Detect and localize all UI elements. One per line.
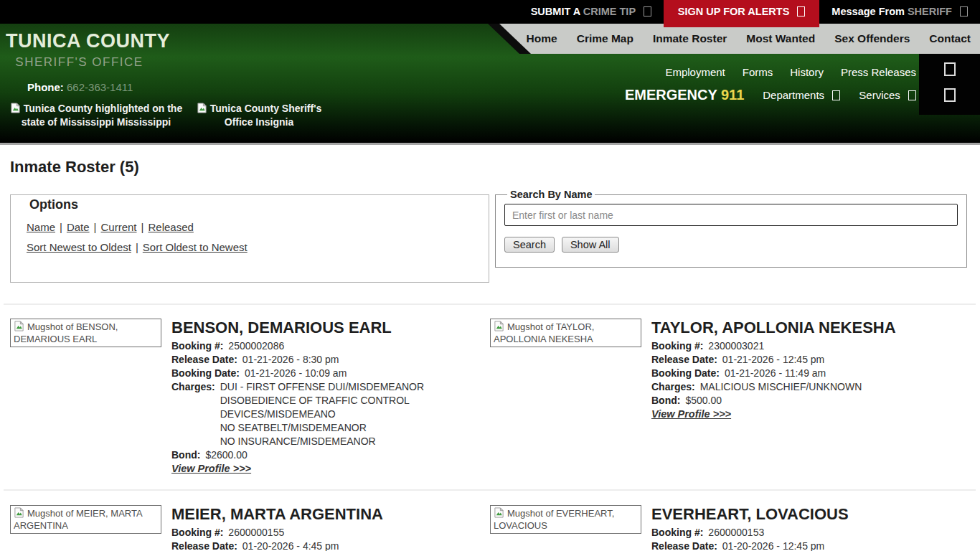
services-dropdown[interactable]: Services (859, 89, 916, 101)
name-search-input[interactable] (504, 204, 958, 226)
broken-image-icon (14, 321, 24, 331)
sort-newest-link[interactable]: Sort Newest to Oldest (27, 241, 131, 253)
message-suffix: SHERIFF (908, 6, 952, 17)
emergency-911: EMERGENCY 911 (625, 87, 744, 103)
charges-label: Charges: (171, 380, 215, 448)
release-date-value: 01-21-2026 - 12:45 pm (722, 353, 824, 367)
social-icon-1[interactable] (944, 62, 956, 76)
main-navigation: Home Crime Map Inmate Roster Most Wanted… (478, 24, 980, 54)
mugshot-alt-text: Mugshot of TAYLOR, APOLLONIA NEKESHA (494, 321, 594, 344)
mugshot-alt-text: Mugshot of EVERHEART, LOVACIOUS (494, 508, 614, 531)
alerts-label: SIGN UP FOR ALERTS (678, 6, 790, 17)
booking-no-value: 2300003021 (708, 339, 764, 353)
inmate-roster-page: SUBMIT A CRIME TIP SIGN UP FOR ALERTS Me… (0, 0, 980, 551)
charges-label: Charges: (651, 380, 695, 394)
separator: | (94, 221, 97, 233)
options-heading: Options (29, 197, 489, 212)
sign-up-for-alerts-button[interactable]: SIGN UP FOR ALERTS (664, 0, 820, 27)
inmate-name: MEIER, MARTA ARGENTINA (171, 505, 383, 524)
broken-image-icon (494, 507, 504, 518)
view-profile-link[interactable]: View Profile >>> (651, 408, 731, 420)
social-icon-2[interactable] (944, 88, 956, 102)
mugshot-alt-text: Mugshot of MEIER, MARTA ARGENTINA (14, 508, 142, 531)
separator: | (60, 221, 62, 233)
nav-item-forms[interactable]: Forms (743, 66, 773, 78)
charges-value: MALICIOUS MISCHIEF/UNKNOWN (700, 380, 862, 394)
row-divider (4, 489, 976, 491)
inmate-details: BENSON, DEMARIOUS EARL Booking #:2500002… (171, 319, 424, 475)
nav-item-home[interactable]: Home (527, 32, 557, 45)
bond-value: $500.00 (685, 394, 722, 408)
release-date-value: 01-20-2026 - 12:45 pm (722, 540, 824, 551)
chevron-down-icon (908, 90, 916, 100)
insignia-alt-text: Tunica County Sheriff's Office Insignia (210, 103, 322, 128)
search-by-name-panel: Search By Name Search Show All (495, 189, 967, 268)
booking-no-value: 2500002086 (228, 339, 284, 353)
nav-item-inmate-roster[interactable]: Inmate Roster (653, 32, 727, 45)
row-divider (4, 303, 976, 305)
nav-item-most-wanted[interactable]: Most Wanted (746, 32, 815, 45)
options-panel: Options Name|Date|Current|Released Sort … (10, 194, 489, 283)
nav-item-sex-offenders[interactable]: Sex Offenders (834, 32, 910, 45)
inmate-details: MEIER, MARTA ARGENTINA Booking #:2600000… (171, 505, 383, 551)
site-subtitle: SHERIFF'S OFFICE (6, 55, 153, 70)
nav-item-history[interactable]: History (790, 66, 824, 78)
booking-no-value: 2600000155 (228, 526, 284, 540)
booking-no-label: Booking #: (171, 526, 223, 540)
show-all-button[interactable]: Show All (562, 237, 619, 253)
filter-name-link[interactable]: Name (27, 221, 55, 233)
release-date-label: Release Date: (651, 540, 717, 551)
release-date-value: 01-20-2026 - 4:45 pm (242, 540, 339, 551)
mugshot-placeholder: Mugshot of MEIER, MARTA ARGENTINA (10, 505, 161, 534)
nav-item-press-releases[interactable]: Press Releases (841, 66, 916, 78)
departments-dropdown[interactable]: Departments (763, 89, 840, 101)
release-date-label: Release Date: (171, 540, 237, 551)
booking-date-label: Booking Date: (171, 367, 240, 380)
sheriff-message-icon (960, 6, 968, 17)
inmate-details: TAYLOR, APOLLONIA NEKESHA Booking #:2300… (651, 319, 896, 420)
mugshot-placeholder: Mugshot of TAYLOR, APOLLONIA NEKESHA (490, 319, 641, 347)
inmate-card-everheart: Mugshot of EVERHEART, LOVACIOUS EVERHEAR… (490, 505, 972, 551)
phone-line: Phone: 662-363-1411 (27, 81, 133, 93)
emergency-number: 911 (721, 87, 744, 103)
inmate-name: EVERHEART, LOVACIOUS (651, 505, 849, 524)
departments-label: Departments (763, 89, 824, 101)
filter-current-link[interactable]: Current (101, 221, 137, 233)
bond-value: $2600.00 (205, 448, 247, 462)
nav-item-employment[interactable]: Employment (665, 66, 725, 78)
inmate-details: EVERHEART, LOVACIOUS Booking #:260000015… (651, 505, 849, 551)
chevron-down-icon (832, 90, 840, 100)
mugshot-alt-text: Mugshot of BENSON, DEMARIOUS EARL (14, 321, 118, 344)
booking-no-label: Booking #: (651, 339, 703, 353)
inmate-card-benson: Mugshot of BENSON, DEMARIOUS EARL BENSON… (10, 319, 485, 475)
broken-image-icon (494, 321, 504, 331)
separator: | (136, 241, 138, 253)
filter-date-link[interactable]: Date (67, 221, 90, 233)
filter-released-link[interactable]: Released (148, 221, 193, 233)
insignia-broken-image: Tunica County Sheriff's Office Insignia (192, 102, 326, 129)
submit-crime-tip-button[interactable]: SUBMIT A CRIME TIP (519, 0, 664, 24)
inmate-name: TAYLOR, APOLLONIA NEKESHA (651, 319, 896, 337)
sort-links: Sort Newest to Oldest|Sort Oldest to New… (27, 241, 248, 253)
nav-item-crime-map[interactable]: Crime Map (577, 32, 633, 45)
charges-value: DUI - FIRST OFFENSE DUI/MISDEMEANOR DISO… (220, 380, 424, 448)
site-title: TUNICA COUNTY (6, 30, 170, 52)
page-title: Inmate Roster (5) (10, 158, 139, 176)
submit-crime-tip-prefix: SUBMIT A (531, 6, 580, 17)
booking-no-label: Booking #: (651, 526, 703, 540)
message-from-sheriff-button[interactable]: Message From SHERIFF (819, 0, 980, 24)
release-date-value: 01-21-2026 - 8:30 pm (242, 353, 339, 367)
alerts-icon (797, 6, 805, 17)
booking-date-value: 01-21-2026 - 11:49 am (725, 367, 826, 380)
broken-image-icon (197, 103, 207, 113)
message-prefix: Message From (831, 6, 905, 17)
search-button[interactable]: Search (504, 237, 555, 253)
nav-item-contact[interactable]: Contact (929, 32, 971, 45)
view-profile-link[interactable]: View Profile >>> (171, 463, 251, 474)
search-legend: Search By Name (507, 189, 595, 200)
secondary-navigation: Employment Forms History Press Releases (665, 66, 916, 78)
main-nav-band: Home Crime Map Inmate Roster Most Wanted… (478, 24, 980, 54)
sort-oldest-link[interactable]: Sort Oldest to Newest (143, 241, 248, 253)
filter-links: Name|Date|Current|Released (27, 221, 194, 233)
mugshot-placeholder: Mugshot of EVERHEART, LOVACIOUS (490, 505, 641, 534)
